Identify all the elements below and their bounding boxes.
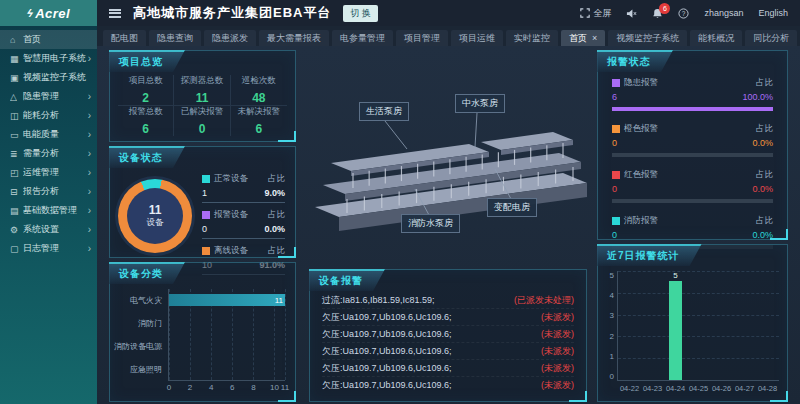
tab-home-active[interactable]: 首页 ×: [561, 30, 605, 46]
header-actions: 全屏 6 ? zhangsan English: [580, 7, 788, 20]
switch-project-button[interactable]: 切 换: [343, 5, 378, 22]
tab-realtime-monitor[interactable]: 实时监控: [506, 30, 558, 46]
tab-hazard-dispatch[interactable]: 隐患派发: [204, 30, 256, 46]
panel-project-overview: 项目总览 项目总数2 探测器总数11 巡检次数48 报警总数6 已解决报警0 未…: [109, 50, 296, 142]
panel-week-alarm-stats: 近7日报警统计 543210 0 0 5 0 0 0 0: [597, 244, 788, 402]
warning-icon: △: [10, 92, 23, 102]
sidebar-item-demand[interactable]: ≣需量分析›: [0, 144, 97, 163]
sidebar-item-smart-power[interactable]: ▦智慧用电子系统›: [0, 49, 97, 68]
sidebar-item-report[interactable]: ⊟报告分析›: [0, 182, 97, 201]
category-xtick: 11: [281, 380, 289, 392]
building-label-life-pump[interactable]: 生活泵房: [359, 102, 409, 121]
building-label-reclaimed-water-pump[interactable]: 中水泵房: [455, 94, 505, 113]
language-switch[interactable]: English: [758, 8, 788, 18]
logo-text: Acrel: [35, 6, 70, 21]
tab-video-subsystem[interactable]: 视频监控子系统: [608, 30, 687, 46]
alarm-row: 欠压:Ua109.7,Ub109.6,Uc109.6;(未派发): [322, 309, 574, 326]
tab-close-icon[interactable]: ×: [592, 33, 597, 43]
x-axis-ticks: 04-2204-2304-2404-2504-2604-2704-28: [618, 380, 779, 393]
logo-mark-icon: ϟ: [26, 7, 34, 19]
chevron-right-icon: ›: [88, 110, 91, 121]
category-label: 消防门: [114, 312, 168, 335]
sidebar-item-hazard[interactable]: △隐患管理›: [0, 87, 97, 106]
category-label: 电气火灾: [114, 289, 168, 312]
legend-color-swatch: [202, 175, 210, 183]
fullscreen-icon: [580, 8, 590, 18]
chevron-right-icon: ›: [88, 205, 91, 216]
panel-title: 近7日报警统计: [597, 244, 702, 266]
chevron-right-icon: ›: [88, 129, 91, 140]
help-icon[interactable]: ?: [678, 8, 689, 19]
database-icon: ▤: [10, 206, 23, 216]
device-status-donut: 11 设备: [118, 179, 192, 253]
tab-project-mgmt[interactable]: 项目管理: [396, 30, 448, 46]
legend-color-swatch: [612, 171, 620, 179]
svg-text:?: ?: [682, 9, 686, 16]
category-xtick: 2: [188, 380, 192, 392]
alarm-list: 过流:Ia81.6,Ib81.59,Ic81.59;(已派发未处理) 欠压:Ua…: [322, 292, 574, 393]
top-header: 高地城市服务产业集团EBA平台 切 换 全屏 6 ? zhangsan Engl…: [97, 0, 800, 26]
stat-alarm-total: 报警总数6: [118, 106, 174, 136]
week-bar: [669, 281, 682, 380]
username[interactable]: zhangsan: [704, 8, 743, 18]
sidebar-item-settings[interactable]: ⚙系统设置›: [0, 220, 97, 239]
sidebar-item-power-quality[interactable]: ▭电能质量›: [0, 125, 97, 144]
menu-collapse-icon[interactable]: [109, 9, 121, 18]
app-title: 高地城市服务产业集团EBA平台: [133, 4, 331, 22]
tab-energy-overview[interactable]: 能耗概况: [690, 30, 742, 46]
panel-device-status: 设备状态 11 设备 正常设备占比 19.0% 报警设备占比 00.0%: [109, 146, 296, 258]
week-alarm-chart: 543210 0 0 5 0 0 0 0 04-2204-2304-2404-2…: [604, 271, 779, 397]
category-bar: 11: [169, 294, 285, 306]
stat-project-total: 项目总数2: [118, 75, 174, 106]
alarm-status-item: 红色报警占比 00.0%: [612, 169, 773, 203]
stat-detector-total: 探测器总数11: [174, 75, 230, 106]
monitor-icon: ▣: [10, 73, 23, 83]
tab-project-om[interactable]: 项目运维: [451, 30, 503, 46]
tab-hazard-query[interactable]: 隐患查询: [149, 30, 201, 46]
device-category-chart: 电气火灾 消防门 消防设备电源 应急照明 11 0 0 0 0 2: [114, 289, 285, 395]
stat-alarm-resolved: 已解决报警0: [174, 106, 230, 136]
progress-bar: [612, 107, 773, 111]
alarm-status-tag: (已派发未处理): [514, 294, 574, 307]
sidebar-item-logs[interactable]: ▢日志管理›: [0, 239, 97, 258]
device-status-legend-item: 报警设备占比 00.0%: [202, 209, 285, 239]
tab-yoy-analysis[interactable]: 同比分析: [745, 30, 797, 46]
tab-electric-params[interactable]: 电参量管理: [332, 30, 393, 46]
week-col: 5: [664, 271, 687, 380]
report-icon: ⊟: [10, 187, 23, 197]
tab-max-demand-report[interactable]: 最大需量报表: [259, 30, 329, 46]
chevron-right-icon: ›: [88, 224, 91, 235]
panel-icon: ▭: [10, 130, 23, 140]
panel-alarm-status: 报警状态 隐患报警占比 6100.0% 橙色报警占比 00.0% 红色报警占比 …: [597, 50, 788, 240]
fullscreen-button[interactable]: 全屏: [580, 7, 611, 20]
notifications-bell[interactable]: 6: [652, 8, 663, 19]
sidebar-item-home[interactable]: ⌂首页: [0, 30, 97, 49]
alarm-row: 欠压:Ua109.7,Ub109.6,Uc109.6;(未派发): [322, 343, 574, 360]
building-label-fire-pump[interactable]: 消防水泵房: [401, 214, 460, 233]
window-icon: ◰: [10, 168, 23, 178]
device-status-legend: 正常设备占比 19.0% 报警设备占比 00.0% 离线设备占比 1091.0%: [202, 171, 285, 251]
chevron-right-icon: ›: [88, 167, 91, 178]
category-row: 0: [169, 335, 285, 358]
sidebar-nav: ⌂首页 ▦智慧用电子系统› ▣视频监控子系统 △隐患管理› ◫能耗分析› ▭电能…: [0, 26, 97, 404]
building-3d-view: 生活泵房 中水泵房 消防水泵房 变配电房: [301, 46, 591, 268]
week-col: 0: [641, 271, 664, 380]
category-xtick: 0: [167, 380, 171, 392]
panel-device-alarm: 设备报警 过流:Ia81.6,Ib81.59,Ic81.59;(已派发未处理) …: [309, 269, 587, 402]
chevron-right-icon: ›: [88, 91, 91, 102]
dashboard-content: 项目总览 项目总数2 探测器总数11 巡检次数48 报警总数6 已解决报警0 未…: [97, 46, 800, 404]
sidebar-item-om[interactable]: ◰运维管理›: [0, 163, 97, 182]
sidebar-item-basedata[interactable]: ▤基础数据管理›: [0, 201, 97, 220]
sidebar-item-energy[interactable]: ◫能耗分析›: [0, 106, 97, 125]
stat-inspection-count: 巡检次数48: [231, 75, 287, 106]
tab-distribution-diagram[interactable]: 配电图: [103, 30, 146, 46]
legend-color-swatch: [202, 247, 210, 255]
mute-icon[interactable]: [626, 8, 637, 19]
sidebar-item-video[interactable]: ▣视频监控子系统: [0, 68, 97, 87]
building-label-substation[interactable]: 变配电房: [487, 198, 537, 217]
progress-bar: [612, 153, 773, 157]
panel-title: 项目总览: [109, 50, 185, 72]
chevron-right-icon: ›: [88, 186, 91, 197]
chevron-right-icon: ›: [88, 53, 91, 64]
alarm-status-tag: (未派发): [541, 345, 574, 358]
